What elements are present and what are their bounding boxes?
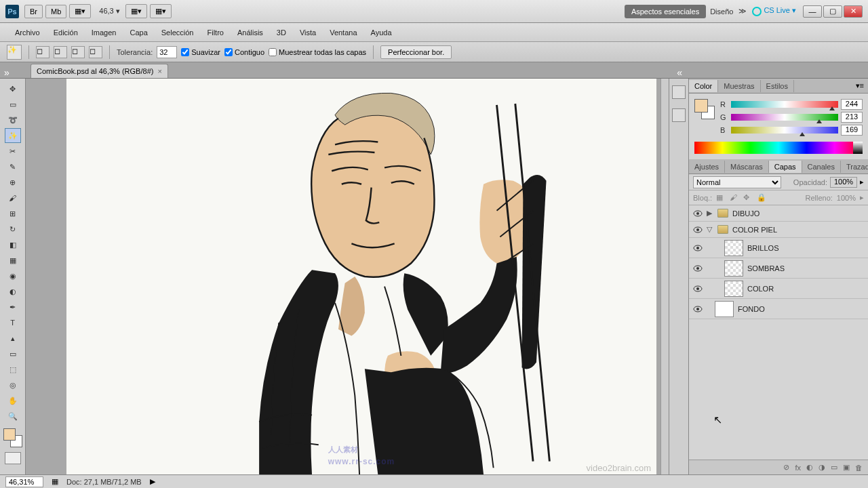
menu-ayuda[interactable]: Ayuda (364, 26, 399, 39)
menu-imagen[interactable]: Imagen (85, 26, 123, 39)
fill-flyout[interactable]: ▸ (860, 193, 864, 202)
g-value[interactable]: 213 (841, 112, 863, 123)
panel-icon-mb[interactable] (672, 85, 686, 99)
selection-add[interactable]: ◻ (54, 46, 67, 58)
lock-transparency-icon[interactable]: ▦ (716, 193, 726, 203)
type-tool[interactable]: T (5, 315, 21, 330)
color-panel-menu[interactable]: ▾≡ (852, 81, 868, 90)
layer-name[interactable]: COLOR PIEL (732, 226, 777, 234)
menu-seleccion[interactable]: Selección (155, 26, 201, 39)
opacity-flyout[interactable]: ▸ (860, 178, 864, 186)
extras-button[interactable]: ▦▾ (150, 4, 172, 18)
menu-edicion[interactable]: Edición (47, 26, 85, 39)
layer-group-colorpiel[interactable]: ▽ COLOR PIEL (689, 222, 868, 238)
new-group-icon[interactable]: ▭ (831, 463, 837, 472)
tolerance-input[interactable] (157, 46, 177, 58)
workspace-more[interactable]: ≫ (738, 7, 747, 16)
selection-subtract[interactable]: ◻ (71, 46, 85, 58)
layer-fx-icon[interactable]: fx (795, 464, 801, 472)
blur-tool[interactable]: ◉ (5, 268, 21, 283)
close-tab-icon[interactable]: × (157, 67, 161, 75)
tab-capas[interactable]: Capas (769, 161, 802, 173)
disclosure-icon[interactable]: ▽ (707, 225, 713, 234)
layer-color[interactable]: COLOR (689, 279, 868, 299)
path-selection-tool[interactable]: ▴ (5, 331, 21, 346)
selection-new[interactable]: ◻ (36, 46, 50, 58)
sample-all-checkbox[interactable]: Muestrear todas las capas (269, 48, 366, 56)
tab-muestras[interactable]: Muestras (718, 80, 760, 92)
visibility-icon[interactable] (693, 209, 703, 218)
layer-name[interactable]: BRILLOS (747, 244, 778, 252)
lock-pixels-icon[interactable]: 🖌 (730, 193, 739, 203)
disclosure-icon[interactable]: ▶ (707, 209, 713, 218)
color-swatches[interactable] (3, 428, 22, 447)
marquee-tool[interactable]: ▭ (5, 97, 21, 112)
stamp-tool[interactable]: ⊞ (5, 206, 21, 221)
fill-value[interactable]: 100% (837, 194, 856, 202)
eraser-tool[interactable]: ◧ (5, 237, 21, 252)
layer-thumbnail[interactable] (724, 281, 743, 297)
panel-icon-2[interactable] (672, 108, 686, 122)
tab-canales[interactable]: Canales (802, 161, 841, 173)
r-slider[interactable] (731, 101, 838, 108)
visibility-icon[interactable] (693, 305, 703, 313)
close-button[interactable]: ✕ (844, 5, 863, 18)
layer-sombras[interactable]: SOMBRAS (689, 258, 868, 279)
3d-camera-tool[interactable]: ◎ (5, 378, 21, 392)
layer-name[interactable]: DIBUJO (732, 209, 760, 218)
status-flyout[interactable]: ▶ (150, 477, 155, 486)
layer-thumbnail[interactable] (715, 301, 734, 317)
document-tab[interactable]: ComicBook.psd al 46,3% (RGB/8#) × (31, 64, 168, 78)
lock-position-icon[interactable]: ✥ (743, 193, 753, 203)
expand-right-icon[interactable]: « (677, 67, 682, 78)
eyedropper-tool[interactable]: ✎ (5, 159, 21, 174)
link-layers-icon[interactable]: ⊘ (783, 463, 789, 472)
b-value[interactable]: 169 (841, 125, 863, 136)
menu-ventana[interactable]: Ventana (323, 26, 363, 39)
menu-capa[interactable]: Capa (123, 26, 154, 39)
quick-mask-toggle[interactable] (5, 452, 21, 464)
menu-3d[interactable]: 3D (270, 26, 293, 39)
3d-tool[interactable]: ⬚ (5, 362, 21, 377)
workspace-essentials[interactable]: Aspectos esenciales (625, 5, 706, 18)
contiguous-checkbox[interactable]: Contiguo (224, 48, 264, 56)
healing-tool[interactable]: ⊕ (5, 175, 21, 190)
menu-analisis[interactable]: Análisis (231, 26, 270, 39)
zoom-level[interactable]: 46,3 ▾ (99, 7, 119, 16)
color-panel-swatches[interactable] (694, 99, 715, 119)
foreground-color[interactable] (3, 428, 16, 441)
status-doc-icon[interactable]: ▦ (52, 477, 58, 486)
pen-tool[interactable]: ✒ (5, 300, 21, 314)
b-slider[interactable] (731, 127, 838, 134)
tab-estilos[interactable]: Estilos (761, 80, 794, 92)
layer-brillos[interactable]: BRILLOS (689, 238, 868, 258)
brush-tool[interactable]: 🖌 (5, 190, 21, 205)
blend-mode-select[interactable]: Normal (693, 176, 781, 188)
layer-mask-icon[interactable]: ◐ (806, 463, 813, 472)
tab-ajustes[interactable]: Ajustes (689, 161, 725, 173)
layer-name[interactable]: COLOR (747, 285, 774, 293)
screen-mode-button[interactable]: ▦▾ (125, 4, 147, 18)
cslive-button[interactable]: CS Live ▾ (752, 6, 796, 16)
new-layer-icon[interactable]: ▣ (843, 463, 850, 472)
adjustment-layer-icon[interactable]: ◑ (818, 463, 825, 472)
current-tool-icon[interactable]: ✨ (7, 45, 22, 60)
lasso-tool[interactable]: ➰ (5, 113, 21, 127)
layer-group-dibujo[interactable]: ▶ DIBUJO (689, 205, 868, 222)
lock-all-icon[interactable]: 🔒 (757, 193, 766, 203)
history-brush-tool[interactable]: ↻ (5, 222, 21, 237)
selection-intersect[interactable]: ◻ (89, 46, 102, 58)
r-value[interactable]: 244 (841, 99, 863, 110)
status-zoom[interactable]: 46,31% (5, 476, 43, 487)
tab-color[interactable]: Color (689, 80, 718, 92)
tab-trazados[interactable]: Trazad (841, 161, 868, 173)
menu-vista[interactable]: Vista (293, 26, 323, 39)
visibility-icon[interactable] (693, 264, 703, 272)
spectrum-ramp[interactable] (694, 142, 863, 154)
refine-edge-button[interactable]: Perfeccionar bor. (380, 45, 452, 59)
tab-mascaras[interactable]: Máscaras (725, 161, 769, 173)
dodge-tool[interactable]: ◐ (5, 284, 21, 299)
crop-tool[interactable]: ✂ (5, 144, 21, 159)
layer-fondo[interactable]: FONDO (689, 299, 868, 319)
zoom-tool[interactable]: 🔍 (5, 409, 21, 424)
